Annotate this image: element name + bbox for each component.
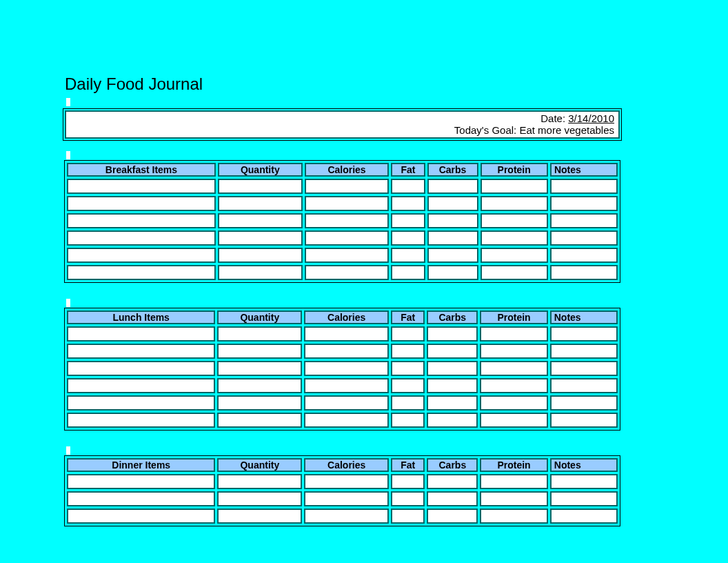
- table-cell[interactable]: [305, 230, 390, 246]
- table-cell[interactable]: [305, 213, 390, 228]
- table-cell[interactable]: [391, 395, 425, 411]
- table-cell[interactable]: [391, 491, 425, 506]
- table-cell[interactable]: [67, 196, 216, 211]
- table-cell[interactable]: [550, 248, 618, 263]
- table-cell[interactable]: [305, 179, 390, 194]
- table-cell[interactable]: [481, 230, 548, 246]
- table-cell[interactable]: [427, 413, 478, 428]
- table-cell[interactable]: [480, 378, 547, 393]
- table-cell[interactable]: [305, 248, 390, 263]
- table-cell[interactable]: [550, 474, 618, 489]
- table-cell[interactable]: [550, 508, 618, 524]
- table-cell[interactable]: [427, 196, 478, 211]
- table-cell[interactable]: [480, 491, 547, 506]
- table-cell[interactable]: [304, 326, 389, 342]
- table-cell[interactable]: [550, 395, 618, 411]
- table-cell[interactable]: [217, 344, 302, 359]
- table-cell[interactable]: [67, 508, 215, 524]
- table-cell[interactable]: [480, 361, 547, 376]
- table-cell[interactable]: [67, 179, 216, 194]
- table-cell[interactable]: [427, 179, 478, 194]
- table-cell[interactable]: [217, 508, 302, 524]
- table-cell[interactable]: [427, 395, 478, 411]
- table-cell[interactable]: [427, 230, 478, 246]
- table-cell[interactable]: [305, 265, 390, 280]
- table-cell[interactable]: [550, 179, 618, 194]
- table-cell[interactable]: [304, 344, 389, 359]
- table-cell[interactable]: [550, 213, 618, 228]
- table-cell[interactable]: [480, 326, 547, 342]
- table-cell[interactable]: [391, 378, 425, 393]
- table-cell[interactable]: [480, 508, 547, 524]
- table-cell[interactable]: [217, 361, 302, 376]
- table-cell[interactable]: [480, 344, 547, 359]
- table-cell[interactable]: [218, 265, 303, 280]
- table-cell[interactable]: [217, 378, 302, 393]
- table-cell[interactable]: [67, 326, 215, 342]
- table-cell[interactable]: [427, 265, 478, 280]
- table-cell[interactable]: [427, 344, 478, 359]
- table-cell[interactable]: [391, 326, 425, 342]
- table-cell[interactable]: [67, 230, 216, 246]
- table-cell[interactable]: [218, 213, 303, 228]
- table-cell[interactable]: [391, 248, 425, 263]
- table-cell[interactable]: [217, 491, 302, 506]
- table-cell[interactable]: [67, 248, 216, 263]
- table-cell[interactable]: [391, 213, 425, 228]
- table-cell[interactable]: [391, 179, 425, 194]
- table-cell[interactable]: [427, 361, 478, 376]
- table-cell[interactable]: [481, 179, 548, 194]
- table-cell[interactable]: [550, 361, 618, 376]
- table-cell[interactable]: [391, 508, 425, 524]
- table-cell[interactable]: [391, 474, 425, 489]
- table-cell[interactable]: [427, 248, 478, 263]
- table-cell[interactable]: [481, 213, 548, 228]
- table-cell[interactable]: [304, 474, 389, 489]
- table-cell[interactable]: [304, 361, 389, 376]
- table-cell[interactable]: [67, 378, 215, 393]
- table-cell[interactable]: [550, 230, 618, 246]
- table-cell[interactable]: [67, 474, 215, 489]
- table-cell[interactable]: [217, 474, 302, 489]
- table-cell[interactable]: [304, 413, 389, 428]
- table-cell[interactable]: [391, 344, 425, 359]
- table-cell[interactable]: [305, 196, 390, 211]
- table-cell[interactable]: [480, 395, 547, 411]
- table-cell[interactable]: [218, 248, 303, 263]
- table-cell[interactable]: [304, 378, 389, 393]
- table-cell[interactable]: [427, 326, 478, 342]
- table-cell[interactable]: [481, 196, 548, 211]
- table-cell[interactable]: [217, 413, 302, 428]
- table-cell[interactable]: [217, 395, 302, 411]
- table-cell[interactable]: [218, 230, 303, 246]
- table-cell[interactable]: [427, 213, 478, 228]
- table-cell[interactable]: [550, 413, 618, 428]
- table-cell[interactable]: [304, 395, 389, 411]
- table-cell[interactable]: [481, 248, 548, 263]
- table-cell[interactable]: [480, 413, 547, 428]
- table-cell[interactable]: [550, 491, 618, 506]
- table-cell[interactable]: [67, 491, 215, 506]
- table-cell[interactable]: [218, 179, 303, 194]
- table-cell[interactable]: [67, 413, 215, 428]
- table-cell[interactable]: [67, 213, 216, 228]
- table-cell[interactable]: [391, 265, 425, 280]
- table-cell[interactable]: [550, 326, 618, 342]
- table-cell[interactable]: [67, 395, 215, 411]
- table-cell[interactable]: [427, 491, 478, 506]
- table-cell[interactable]: [391, 361, 425, 376]
- table-cell[interactable]: [304, 508, 389, 524]
- table-cell[interactable]: [304, 491, 389, 506]
- table-cell[interactable]: [217, 326, 302, 342]
- table-cell[interactable]: [480, 474, 547, 489]
- table-cell[interactable]: [218, 196, 303, 211]
- table-cell[interactable]: [550, 265, 618, 280]
- table-cell[interactable]: [391, 413, 425, 428]
- table-cell[interactable]: [427, 508, 478, 524]
- table-cell[interactable]: [391, 196, 425, 211]
- table-cell[interactable]: [550, 196, 618, 211]
- table-cell[interactable]: [67, 344, 215, 359]
- table-cell[interactable]: [391, 230, 425, 246]
- table-cell[interactable]: [550, 378, 618, 393]
- table-cell[interactable]: [481, 265, 548, 280]
